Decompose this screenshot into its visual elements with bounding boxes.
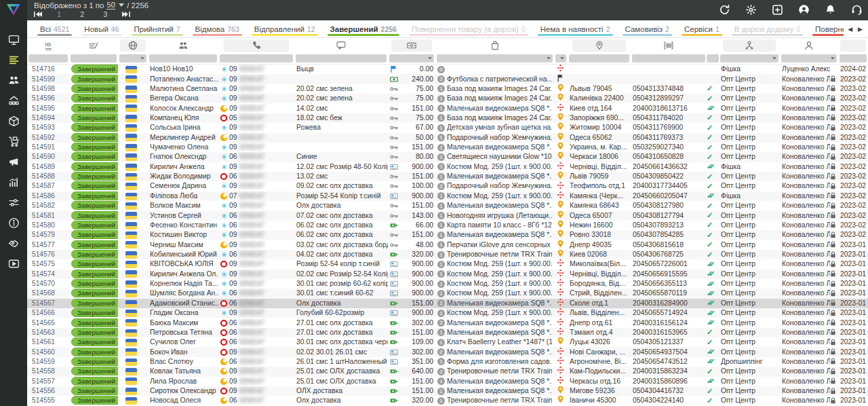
sidebar-item-orders[interactable] [0,50,27,70]
sidebar-item-purchases[interactable] [0,131,27,151]
page-size-dropdown[interactable]: 50 [106,1,115,10]
tab[interactable]: Всі 4521 [33,20,77,37]
table-row[interactable]: 514557 Завершений Лила Ярослав 099258147… [27,377,868,386]
table-row[interactable]: 514555 Завершений Новосад Олеся 06925814… [27,396,868,405]
column-header-phone[interactable] [218,38,294,53]
table-row[interactable]: 514556 Завершений Сиротюк Олександр 0992… [27,386,868,396]
settings-gear-icon[interactable] [745,3,757,16]
filter-country[interactable] [119,54,146,62]
page-number[interactable]: 1 [57,10,61,18]
table-row[interactable]: 514577 Завершений Черниш Максим 09925814… [27,240,868,249]
filter-ttn[interactable] [632,54,705,62]
filter-phone[interactable] [220,54,293,62]
table-row[interactable]: 514574 Завершений Кирилич Анжела Ол... ✳… [27,270,868,279]
filter-products[interactable] [437,54,553,62]
filter-delivery[interactable] [555,54,566,62]
table-row[interactable]: 514576 Завершений Кобилинський Юрий ✳ 06… [27,250,868,259]
filter-comment[interactable] [296,54,387,62]
column-header-order-type[interactable] [719,38,780,53]
table-row[interactable]: 514598 Завершений Малютина Светлана ✳ 09… [27,84,868,94]
tab[interactable]: Самовивіз 2 [618,20,677,37]
table-row[interactable]: 514581 Завершений Устинов Сергей ✳ 06925… [27,210,868,220]
column-header-date[interactable] [838,38,868,53]
table-row[interactable]: 514593 Завершений Сольська Ірина ✳ 09925… [27,123,868,132]
column-header-ttn[interactable] [631,38,707,53]
app-logo-icon[interactable] [5,3,22,20]
page-number[interactable]: 2 [80,10,84,18]
page-number[interactable]: 3 [103,10,107,18]
sidebar-item-statistics[interactable] [0,172,27,192]
table-row[interactable]: 514716 Завершений Нов10 Нов10 ✳ 09925814… [27,64,868,74]
notifications-bell-icon[interactable] [824,3,836,16]
table-row[interactable]: 514568 Завершений Шумляс Богдана Ан... ✳… [27,289,868,298]
tab-scroll-left[interactable]: ◀ [848,26,852,33]
table-row[interactable]: 514596 Завершений Вегера Оксана ✳ 099258… [27,94,868,103]
account-icon[interactable] [797,3,810,16]
sidebar-item-tutorials[interactable] [0,253,27,274]
column-header-products[interactable] [435,38,554,53]
sidebar-item-structure[interactable] [0,90,27,111]
table-row[interactable]: 514595 Завершений Колосок Александр 0992… [27,103,868,113]
sidebar-item-marketing[interactable] [0,151,27,172]
column-header-manager[interactable] [780,38,838,53]
table-row[interactable]: 514599 Завершений Потапенко Анастас... ✳… [27,74,868,84]
filter-client[interactable] [149,54,217,62]
filter-address[interactable] [569,54,629,62]
filter-status[interactable] [71,54,117,62]
table-row[interactable]: 514567 Завершений Адамовский Станис... 0… [27,299,868,308]
table-row[interactable]: 514582 Завершений Волков Максим ✳ 099258… [27,201,868,210]
sidebar-item-partners[interactable] [0,233,27,253]
table-row[interactable]: 514594 Завершений Компанец Юля 059258147… [27,113,868,123]
sidebar-item-products[interactable] [0,111,27,131]
sidebar-item-clients[interactable] [0,70,27,90]
column-header-address[interactable] [568,38,631,53]
first-page-button[interactable] [34,11,42,18]
filter-order-type[interactable] [720,54,778,62]
filter-ttn-status[interactable] [707,54,719,62]
table-row[interactable]: 514561 Завершений Сучилов Олег 069258147… [27,337,868,347]
filter-payment[interactable] [389,54,434,62]
column-header-id[interactable]: ID [27,38,69,53]
table-row[interactable]: 514588 Завершений Жидак Володимир 069258… [27,172,868,181]
table-row[interactable]: 514586 Завершений Філіпова Люба 07925814… [27,191,868,201]
add-module-icon[interactable] [771,3,783,16]
filter-id[interactable] [28,54,68,62]
tab[interactable]: Прийнятий 7 [127,20,188,37]
support-headset-icon[interactable] [850,3,863,16]
table-row[interactable]: 514589 Завершений Кирилич Анжела ✳ 09925… [27,162,868,172]
column-header-ttn-status[interactable] [707,38,719,53]
tab[interactable]: Новый 46 [77,20,126,37]
column-header-country[interactable] [118,38,148,53]
table-row[interactable]: 514579 Завершений Костишин Виктор ✳ 0992… [27,230,868,240]
table-row[interactable]: 514563 Завершений Петровська Тетяна 0692… [27,328,868,337]
column-header-payment[interactable] [388,38,435,53]
tab[interactable]: Сервіси 1 [677,20,727,37]
sidebar-item-info[interactable] [0,213,27,233]
table-row[interactable]: 514559 Завершений Влас Слотюу 069258147 … [27,357,868,367]
tab[interactable]: Повернення товару (в дорозі) 0 [404,20,533,37]
table-row[interactable]: 514591 Завершений Чумаченко Олена ✳ 0992… [27,143,868,152]
tab[interactable]: Відмова 763 [188,20,247,37]
table-row[interactable]: 514566 Завершений Гладик Оксана ✳ 099258… [27,308,868,318]
sidebar-item-settings[interactable] [0,192,27,213]
tab-scroll-right[interactable]: ▶ [858,26,863,33]
table-row[interactable]: 514592 Завершений Мерклингер Андрей 0992… [27,133,868,143]
table-row[interactable]: 514590 Завершений Гнатюк Олексндр ✳ 0692… [27,152,868,162]
tab[interactable]: Відправлений 12 [247,20,323,37]
tab[interactable]: Нема в наявності 2 [533,20,618,37]
table-row[interactable]: 514587 Завершений Семенюк Дарина ✳ 09925… [27,181,868,191]
last-page-button[interactable] [122,11,130,18]
tab[interactable]: Завершений 2256 [323,20,404,37]
table-row[interactable]: 514558 Завершений Ковлак Татьяна 0992581… [27,367,868,376]
column-header-delivery[interactable] [554,38,568,53]
refresh-icon[interactable] [718,3,730,16]
table-row[interactable]: 514560 Завершений Бокоч Иван 099258147 0… [27,347,868,356]
sidebar-item-dashboard[interactable] [0,29,27,50]
tab[interactable]: В дорозі додому 0 [727,20,808,37]
table-row[interactable]: 514575 Завершений КВІТОВСЬКА ЮЛІЯ 099258… [27,259,868,269]
table-row[interactable]: 514565 Завершений Баюка Максим 069258147… [27,318,868,327]
table-row[interactable]: 514580 Завершений Фесенко Константин ✳ 0… [27,221,868,230]
filter-date[interactable] [840,54,867,62]
column-header-client[interactable] [148,38,218,53]
column-header-status[interactable] [69,38,118,53]
